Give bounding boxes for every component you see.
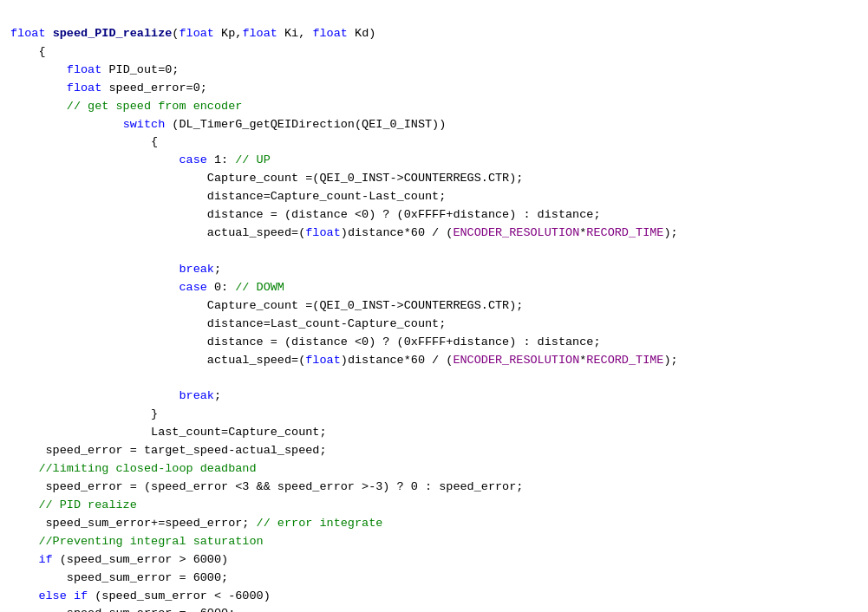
code-display: float speed_PID_realize(float Kp,float K… <box>0 0 868 612</box>
